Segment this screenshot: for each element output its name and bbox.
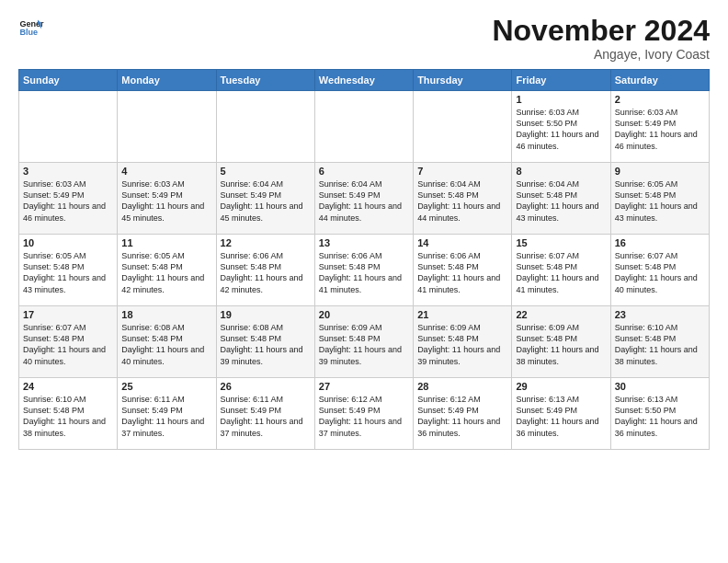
table-row: 9Sunrise: 6:05 AM Sunset: 5:48 PM Daylig… xyxy=(610,163,709,235)
day-info: Sunrise: 6:10 AM Sunset: 5:48 PM Dayligh… xyxy=(615,322,705,367)
col-thursday: Thursday xyxy=(414,70,512,91)
table-row: 6Sunrise: 6:04 AM Sunset: 5:49 PM Daylig… xyxy=(314,163,413,235)
table-row: 23Sunrise: 6:10 AM Sunset: 5:48 PM Dayli… xyxy=(610,306,709,378)
week-row-4: 17Sunrise: 6:07 AM Sunset: 5:48 PM Dayli… xyxy=(19,306,710,378)
day-info: Sunrise: 6:12 AM Sunset: 5:49 PM Dayligh… xyxy=(417,394,507,439)
day-info: Sunrise: 6:03 AM Sunset: 5:49 PM Dayligh… xyxy=(23,178,113,224)
col-friday: Friday xyxy=(512,70,610,91)
subtitle: Angaye, Ivory Coast xyxy=(492,47,710,62)
day-number: 21 xyxy=(417,309,507,320)
day-info: Sunrise: 6:13 AM Sunset: 5:49 PM Dayligh… xyxy=(516,394,606,439)
day-info: Sunrise: 6:11 AM Sunset: 5:49 PM Dayligh… xyxy=(221,394,311,439)
day-number: 7 xyxy=(417,166,507,177)
table-row: 1Sunrise: 6:03 AM Sunset: 5:50 PM Daylig… xyxy=(512,91,610,163)
table-row: 18Sunrise: 6:08 AM Sunset: 5:48 PM Dayli… xyxy=(118,306,216,378)
table-row: 17Sunrise: 6:07 AM Sunset: 5:48 PM Dayli… xyxy=(19,306,118,378)
table-row: 27Sunrise: 6:12 AM Sunset: 5:49 PM Dayli… xyxy=(314,378,413,450)
logo: General Blue xyxy=(18,15,44,40)
table-row: 21Sunrise: 6:09 AM Sunset: 5:48 PM Dayli… xyxy=(414,306,512,378)
day-info: Sunrise: 6:06 AM Sunset: 5:48 PM Dayligh… xyxy=(221,250,311,295)
table-row xyxy=(314,91,413,163)
day-number: 24 xyxy=(23,381,113,392)
day-number: 2 xyxy=(615,94,705,105)
day-number: 19 xyxy=(221,309,311,320)
day-info: Sunrise: 6:10 AM Sunset: 5:48 PM Dayligh… xyxy=(23,394,113,439)
day-number: 25 xyxy=(121,381,211,392)
day-info: Sunrise: 6:04 AM Sunset: 5:49 PM Dayligh… xyxy=(319,178,409,224)
day-info: Sunrise: 6:05 AM Sunset: 5:48 PM Dayligh… xyxy=(23,250,113,295)
day-number: 13 xyxy=(319,237,409,248)
day-info: Sunrise: 6:06 AM Sunset: 5:48 PM Dayligh… xyxy=(417,250,507,295)
table-row: 30Sunrise: 6:13 AM Sunset: 5:50 PM Dayli… xyxy=(610,378,709,450)
col-saturday: Saturday xyxy=(610,70,709,91)
col-wednesday: Wednesday xyxy=(314,70,413,91)
week-row-3: 10Sunrise: 6:05 AM Sunset: 5:48 PM Dayli… xyxy=(19,235,710,306)
day-info: Sunrise: 6:09 AM Sunset: 5:48 PM Dayligh… xyxy=(319,322,409,367)
day-number: 9 xyxy=(615,166,705,177)
day-number: 20 xyxy=(319,309,409,320)
day-info: Sunrise: 6:09 AM Sunset: 5:48 PM Dayligh… xyxy=(516,322,606,367)
day-number: 18 xyxy=(121,309,211,320)
header-row: Sunday Monday Tuesday Wednesday Thursday… xyxy=(19,70,710,91)
table-row: 26Sunrise: 6:11 AM Sunset: 5:49 PM Dayli… xyxy=(216,378,314,450)
col-tuesday: Tuesday xyxy=(216,70,314,91)
calendar-table: Sunday Monday Tuesday Wednesday Thursday… xyxy=(18,69,710,450)
logo-icon: General Blue xyxy=(18,15,44,40)
day-info: Sunrise: 6:05 AM Sunset: 5:48 PM Dayligh… xyxy=(121,250,211,295)
day-info: Sunrise: 6:07 AM Sunset: 5:48 PM Dayligh… xyxy=(23,322,113,367)
day-number: 29 xyxy=(516,381,606,392)
day-info: Sunrise: 6:04 AM Sunset: 5:49 PM Dayligh… xyxy=(221,178,311,224)
table-row: 16Sunrise: 6:07 AM Sunset: 5:48 PM Dayli… xyxy=(610,235,709,306)
table-row: 29Sunrise: 6:13 AM Sunset: 5:49 PM Dayli… xyxy=(512,378,610,450)
day-number: 15 xyxy=(516,237,606,248)
table-row xyxy=(216,91,314,163)
day-number: 26 xyxy=(221,381,311,392)
main-title: November 2024 xyxy=(492,15,710,47)
day-number: 30 xyxy=(615,381,705,392)
page: General Blue November 2024 Angaye, Ivory… xyxy=(0,0,728,563)
day-info: Sunrise: 6:13 AM Sunset: 5:50 PM Dayligh… xyxy=(615,394,705,439)
table-row: 8Sunrise: 6:04 AM Sunset: 5:48 PM Daylig… xyxy=(512,163,610,235)
day-number: 1 xyxy=(516,94,606,105)
day-info: Sunrise: 6:12 AM Sunset: 5:49 PM Dayligh… xyxy=(319,394,409,439)
table-row: 19Sunrise: 6:08 AM Sunset: 5:48 PM Dayli… xyxy=(216,306,314,378)
table-row: 25Sunrise: 6:11 AM Sunset: 5:49 PM Dayli… xyxy=(118,378,216,450)
table-row: 20Sunrise: 6:09 AM Sunset: 5:48 PM Dayli… xyxy=(314,306,413,378)
title-block: November 2024 Angaye, Ivory Coast xyxy=(492,15,710,62)
svg-text:Blue: Blue xyxy=(19,28,38,37)
table-row xyxy=(118,91,216,163)
week-row-5: 24Sunrise: 6:10 AM Sunset: 5:48 PM Dayli… xyxy=(19,378,710,450)
day-info: Sunrise: 6:04 AM Sunset: 5:48 PM Dayligh… xyxy=(417,178,507,224)
day-number: 14 xyxy=(417,237,507,248)
table-row: 4Sunrise: 6:03 AM Sunset: 5:49 PM Daylig… xyxy=(118,163,216,235)
day-number: 6 xyxy=(319,166,409,177)
day-number: 11 xyxy=(121,237,211,248)
day-number: 16 xyxy=(615,237,705,248)
table-row: 22Sunrise: 6:09 AM Sunset: 5:48 PM Dayli… xyxy=(512,306,610,378)
day-info: Sunrise: 6:03 AM Sunset: 5:49 PM Dayligh… xyxy=(121,178,211,224)
header: General Blue November 2024 Angaye, Ivory… xyxy=(18,15,710,62)
day-number: 4 xyxy=(121,166,211,177)
table-row: 11Sunrise: 6:05 AM Sunset: 5:48 PM Dayli… xyxy=(118,235,216,306)
table-row: 14Sunrise: 6:06 AM Sunset: 5:48 PM Dayli… xyxy=(414,235,512,306)
table-row xyxy=(414,91,512,163)
day-number: 3 xyxy=(23,166,113,177)
table-row: 15Sunrise: 6:07 AM Sunset: 5:48 PM Dayli… xyxy=(512,235,610,306)
day-number: 23 xyxy=(615,309,705,320)
day-number: 5 xyxy=(221,166,311,177)
day-number: 27 xyxy=(319,381,409,392)
day-info: Sunrise: 6:04 AM Sunset: 5:48 PM Dayligh… xyxy=(516,178,606,224)
col-sunday: Sunday xyxy=(19,70,118,91)
day-info: Sunrise: 6:03 AM Sunset: 5:49 PM Dayligh… xyxy=(615,107,705,152)
table-row: 28Sunrise: 6:12 AM Sunset: 5:49 PM Dayli… xyxy=(414,378,512,450)
col-monday: Monday xyxy=(118,70,216,91)
day-number: 22 xyxy=(516,309,606,320)
day-number: 17 xyxy=(23,309,113,320)
week-row-2: 3Sunrise: 6:03 AM Sunset: 5:49 PM Daylig… xyxy=(19,163,710,235)
table-row: 13Sunrise: 6:06 AM Sunset: 5:48 PM Dayli… xyxy=(314,235,413,306)
day-number: 10 xyxy=(23,237,113,248)
day-info: Sunrise: 6:05 AM Sunset: 5:48 PM Dayligh… xyxy=(615,178,705,224)
day-number: 8 xyxy=(516,166,606,177)
day-info: Sunrise: 6:08 AM Sunset: 5:48 PM Dayligh… xyxy=(121,322,211,367)
day-number: 28 xyxy=(417,381,507,392)
